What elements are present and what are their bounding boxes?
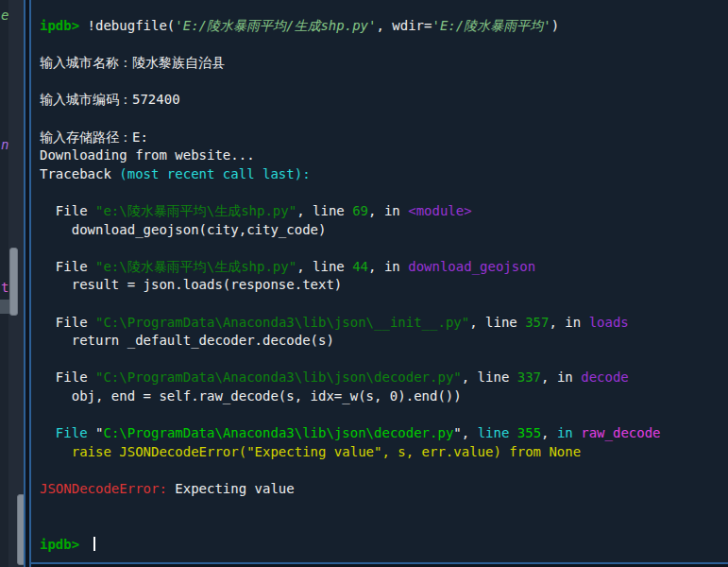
console-text-segment: , in <box>541 369 581 385</box>
console-text-segment: return _default_decoder.decode(s) <box>40 333 334 348</box>
console-text-segment: "e:\陵水暴雨平均\生成shp.py" <box>95 203 296 218</box>
console-text-segment: download_geojson(city,city_code) <box>40 222 326 237</box>
console-text-segment: !debugfile( <box>88 18 176 33</box>
console-text-segment: Traceback <box>40 166 119 181</box>
console-text-segment: 输入城市名称：陵水黎族自治县 <box>40 55 225 70</box>
console-line <box>40 351 724 369</box>
console-text-segment: "e:\陵水暴雨平均\生成shp.py" <box>95 259 296 274</box>
console-text-segment: , line <box>462 369 517 385</box>
console-text-segment: , in <box>549 315 588 330</box>
console-text-segment: (most recent call last): <box>119 166 310 181</box>
console-line: File "C:\ProgramData\Anaconda3\lib\json\… <box>40 369 724 387</box>
console-text-segment: , line <box>469 315 525 330</box>
console-text-segment: 输入存储路径：E: <box>40 129 148 145</box>
console-line: File "C:\ProgramData\Anaconda3\lib\json\… <box>40 424 724 443</box>
background-letter: n <box>1 136 8 153</box>
console-text-segment: raise JSONDecodeError("Expecting value",… <box>40 444 581 459</box>
console-line <box>40 110 724 129</box>
background-editor-sliver: ent <box>0 0 24 567</box>
console-text-segment: Expecting value <box>175 481 294 496</box>
console-text-segment: , in <box>368 259 408 274</box>
console-line <box>40 517 724 536</box>
console-line <box>40 183 724 202</box>
console-text-segment: C:\ProgramData\Anaconda3\lib\json\decode… <box>103 425 453 440</box>
console-line: ipdb> !debugfile('E:/陵水暴雨平均/生成shp.py', w… <box>40 17 724 36</box>
console-text-segment: raw_decode <box>581 425 660 440</box>
console-text-segment: 输入城市编码：572400 <box>40 92 180 107</box>
console-text-segment: 'E:/陵水暴雨平均' <box>432 18 550 33</box>
console-line: 输入城市编码：572400 <box>40 91 724 110</box>
console-text-segment: download_geojson <box>408 259 535 274</box>
console-text-segment: File <box>40 315 95 330</box>
console-text-segment: , <box>541 425 557 440</box>
console-text-segment: 'E:/陵水暴雨平均/生成shp.py' <box>175 18 376 33</box>
console-text-segment: line <box>478 425 517 440</box>
background-letter: t <box>1 279 8 296</box>
console-text-segment: 69 <box>352 203 368 218</box>
console-text-segment: result = json.loads(response.text) <box>40 277 342 292</box>
console-line: download_geojson(city,city_code) <box>40 221 724 240</box>
console-text-segment: ", <box>453 425 477 440</box>
console-line <box>40 36 724 55</box>
console-text-segment: ) <box>551 18 559 33</box>
console-line: result = json.loads(response.text) <box>40 276 724 295</box>
console-line: obj, end = self.raw_decode(s, idx=_w(s, … <box>40 387 724 406</box>
console-line: raise JSONDecodeError("Expecting value",… <box>40 443 724 462</box>
console-line: 输入存储路径：E: <box>40 129 724 147</box>
console-text-segment: loads <box>589 315 629 330</box>
console-text-segment: obj, end = self.raw_decode(s, idx=_w(s, … <box>40 388 462 404</box>
console-text-segment: File <box>40 259 95 274</box>
background-window-fragment <box>0 300 9 314</box>
console-line <box>40 461 724 480</box>
console-text-segment: , in <box>368 203 408 218</box>
console-line <box>40 73 724 92</box>
console-line <box>40 239 724 258</box>
console-line: Downloading from website... <box>40 146 724 165</box>
console-line <box>40 295 724 314</box>
console-line: return _default_decoder.decode(s) <box>40 332 724 351</box>
ipython-console[interactable]: ipdb> !debugfile('E:/陵水暴雨平均/生成shp.py', w… <box>31 0 728 562</box>
console-line: File "e:\陵水暴雨平均\生成shp.py", line 44, in d… <box>40 258 724 277</box>
console-text-segment: , line <box>296 203 352 218</box>
console-output: ipdb> !debugfile('E:/陵水暴雨平均/生成shp.py', w… <box>40 17 724 554</box>
console-text-segment: <module> <box>408 203 471 218</box>
console-text-segment: JSONDecodeError: <box>40 481 175 496</box>
console-text-segment: 337 <box>517 369 541 385</box>
console-text-segment: 355 <box>517 425 541 440</box>
console-text-segment: "C:\ProgramData\Anaconda3\lib\json\decod… <box>95 369 462 385</box>
console-text-segment: "C:\ProgramData\Anaconda3\lib\json\__ini… <box>95 315 469 330</box>
console-text-segment: in <box>557 425 581 440</box>
console-text-segment: , line <box>296 259 352 274</box>
console-line <box>40 498 724 517</box>
console-text-segment: 357 <box>525 315 549 330</box>
ipdb-prompt: ipdb> <box>40 537 88 552</box>
spyder-window: ent ipdb> !debugfile('E:/陵水暴雨平均/生成shp.py… <box>0 0 728 567</box>
console-line: ipdb> <box>40 536 724 555</box>
ipdb-prompt: ipdb> <box>40 18 88 33</box>
console-line <box>40 405 724 424</box>
scrollbar-thumb[interactable] <box>9 248 18 316</box>
console-line: File "e:\陵水暴雨平均\生成shp.py", line 69, in <… <box>40 202 724 221</box>
console-line: Traceback (most recent call last): <box>40 165 724 184</box>
console-text-segment: , wdir= <box>376 18 432 33</box>
pane-border-bottom <box>29 562 728 564</box>
console-text-segment: decode <box>581 369 629 385</box>
text-cursor <box>93 537 95 551</box>
console-text-segment: 44 <box>352 259 368 274</box>
pane-border-left-outer <box>24 0 25 567</box>
console-text-segment: File <box>40 369 95 385</box>
console-line: JSONDecodeError: Expecting value <box>40 480 724 499</box>
console-line: File "C:\ProgramData\Anaconda3\lib\json\… <box>40 314 724 333</box>
console-text-segment: File <box>40 425 95 440</box>
console-text-segment: File <box>40 203 95 218</box>
console-text-segment: Downloading from website... <box>40 147 255 163</box>
background-letter: e <box>1 7 8 24</box>
console-line: 输入城市名称：陵水黎族自治县 <box>40 54 724 73</box>
